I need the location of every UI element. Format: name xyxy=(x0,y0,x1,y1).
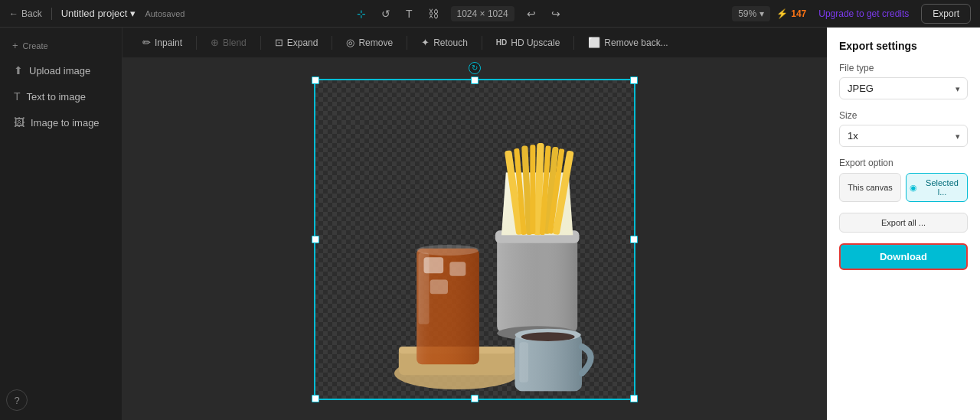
tool-separator-5 xyxy=(482,36,482,50)
undo-button[interactable]: ↩ xyxy=(524,5,539,23)
topbar-right: 59% ▾ ⚡ 147 Upgrade to get credits Expor… xyxy=(732,4,971,24)
sidebar-item-image-to-image[interactable]: 🖼 Image to image xyxy=(6,111,116,134)
export-panel-wrapper: Export settings File type JPEG PNG WEBP … xyxy=(827,28,980,420)
text-icon: T xyxy=(14,90,21,103)
image-icon: 🖼 xyxy=(14,116,24,129)
project-name-text: Untitled project xyxy=(61,8,128,19)
main-layout: + Create ⬆ Upload image T Text to image … xyxy=(0,28,980,420)
food-image xyxy=(314,79,635,400)
svg-rect-11 xyxy=(497,235,577,333)
size-select-wrapper[interactable]: 0.5x 1x 2x 4x xyxy=(839,125,968,147)
create-section: + Create xyxy=(6,37,116,54)
redo-button[interactable]: ↪ xyxy=(548,5,564,23)
zoom-chevron-icon: ▾ xyxy=(760,8,764,19)
export-option-buttons: This canvas Selected l... xyxy=(839,173,968,202)
inpaint-tool-button[interactable]: ✏ Inpaint xyxy=(135,33,190,52)
tool-separator-6 xyxy=(573,36,574,50)
back-button[interactable]: ← Back xyxy=(9,8,42,19)
image-to-image-label: Image to image xyxy=(31,117,100,129)
svg-rect-29 xyxy=(519,342,528,383)
export-option-label: Export option xyxy=(839,158,968,168)
size-select[interactable]: 0.5x 1x 2x 4x xyxy=(839,125,968,147)
expand-tool-button[interactable]: ⊡ Expand xyxy=(267,33,326,52)
retouch-tool-button[interactable]: ✦ Retouch xyxy=(413,33,475,52)
sidebar-item-text-to-image[interactable]: T Text to image xyxy=(6,85,116,108)
svg-point-9 xyxy=(416,245,479,256)
canvas-wrapper: ✏ Inpaint ⊕ Blend ⊡ Expand ◎ Remove ✦ Re… xyxy=(122,28,827,420)
sidebar-item-upload-image[interactable]: ⬆ Upload image xyxy=(6,59,116,82)
remove-tool-button[interactable]: ◎ Remove xyxy=(338,33,400,52)
sidebar-bottom: ? xyxy=(6,389,116,411)
file-type-select-wrapper[interactable]: JPEG PNG WEBP xyxy=(839,77,968,99)
blend-label: Blend xyxy=(223,37,247,48)
hd-upscale-tool-button[interactable]: HD HD Upscale xyxy=(488,34,567,52)
export-all-button[interactable]: Export all ... xyxy=(839,213,968,233)
upload-image-label: Upload image xyxy=(29,65,90,77)
svg-rect-7 xyxy=(430,279,448,294)
credits-count: 147 xyxy=(791,8,806,19)
upgrade-button[interactable]: Upgrade to get credits xyxy=(812,5,915,22)
retouch-label: Retouch xyxy=(433,37,468,48)
canvas-area[interactable]: ↻ xyxy=(122,58,827,420)
canvas-container: ↻ xyxy=(314,79,635,400)
topbar: ← Back Untitled project ▾ Autosaved ⊹ ↺ … xyxy=(0,0,980,28)
back-arrow-icon: ← xyxy=(9,8,18,19)
rotate-handle[interactable]: ↻ xyxy=(469,62,481,74)
zoom-control[interactable]: 59% ▾ xyxy=(732,6,770,21)
expand-icon: ⊡ xyxy=(275,37,283,48)
link-tool-button[interactable]: ⛓ xyxy=(425,5,442,23)
export-panel: Export settings File type JPEG PNG WEBP … xyxy=(827,28,980,420)
svg-point-28 xyxy=(521,332,575,341)
expand-label: Expand xyxy=(287,37,318,48)
chevron-down-icon: ▾ xyxy=(130,8,136,19)
export-all-row: Export all ... xyxy=(839,213,968,233)
text-to-image-label: Text to image xyxy=(27,91,86,103)
remove-bg-tool-button[interactable]: ⬜ Remove back... xyxy=(580,33,675,52)
credits-badge: ⚡ 147 xyxy=(776,8,806,19)
inpaint-label: Inpaint xyxy=(155,37,182,48)
blend-icon: ⊕ xyxy=(211,37,219,48)
tool-separator-4 xyxy=(407,36,407,50)
topbar-divider xyxy=(51,8,52,20)
create-label: Create xyxy=(23,41,48,50)
upload-icon: ⬆ xyxy=(14,64,23,77)
hd-icon: HD xyxy=(496,38,507,47)
dimension-display: 1024 × 1024 xyxy=(451,6,514,21)
tool-separator-3 xyxy=(332,36,332,50)
file-type-field: File type JPEG PNG WEBP xyxy=(839,63,968,99)
remove-icon: ◎ xyxy=(346,37,354,48)
remove-bg-icon: ⬜ xyxy=(588,37,600,48)
tool-separator-2 xyxy=(260,36,261,50)
autosaved-label: Autosaved xyxy=(145,9,185,18)
zoom-value: 59% xyxy=(738,8,756,19)
export-button[interactable]: Export xyxy=(921,4,971,24)
download-button[interactable]: Download xyxy=(839,243,968,270)
help-button[interactable]: ? xyxy=(6,389,28,411)
retouch-icon: ✦ xyxy=(421,37,430,48)
text-tool-button[interactable]: T xyxy=(403,5,416,23)
project-name[interactable]: Untitled project ▾ xyxy=(61,8,136,19)
svg-rect-6 xyxy=(449,262,466,276)
hd-upscale-label: HD Upscale xyxy=(511,37,560,48)
tool-separator xyxy=(196,36,197,50)
export-panel-title: Export settings xyxy=(839,40,968,52)
toolbar-strip: ✏ Inpaint ⊕ Blend ⊡ Expand ◎ Remove ✦ Re… xyxy=(122,28,827,58)
remove-bg-label: Remove back... xyxy=(604,37,668,48)
file-type-select[interactable]: JPEG PNG WEBP xyxy=(839,77,968,99)
cursor-tool-button[interactable]: ⊹ xyxy=(354,5,369,23)
plus-icon: + xyxy=(12,40,18,51)
lightning-icon: ⚡ xyxy=(776,8,788,19)
refresh-button[interactable]: ↺ xyxy=(378,5,394,23)
selected-layer-button[interactable]: Selected l... xyxy=(906,173,968,202)
this-canvas-button[interactable]: This canvas xyxy=(839,173,901,202)
topbar-center: ⊹ ↺ T ⛓ 1024 × 1024 ↩ ↪ xyxy=(191,5,726,23)
size-label: Size xyxy=(839,110,968,121)
export-option-field: Export option This canvas Selected l... xyxy=(839,158,968,202)
svg-rect-22 xyxy=(530,145,535,234)
sidebar: + Create ⬆ Upload image T Text to image … xyxy=(0,28,122,420)
file-type-label: File type xyxy=(839,63,968,73)
svg-rect-8 xyxy=(419,252,430,324)
remove-label: Remove xyxy=(358,37,393,48)
blend-tool-button[interactable]: ⊕ Blend xyxy=(203,33,254,52)
canvas-image xyxy=(314,79,635,400)
